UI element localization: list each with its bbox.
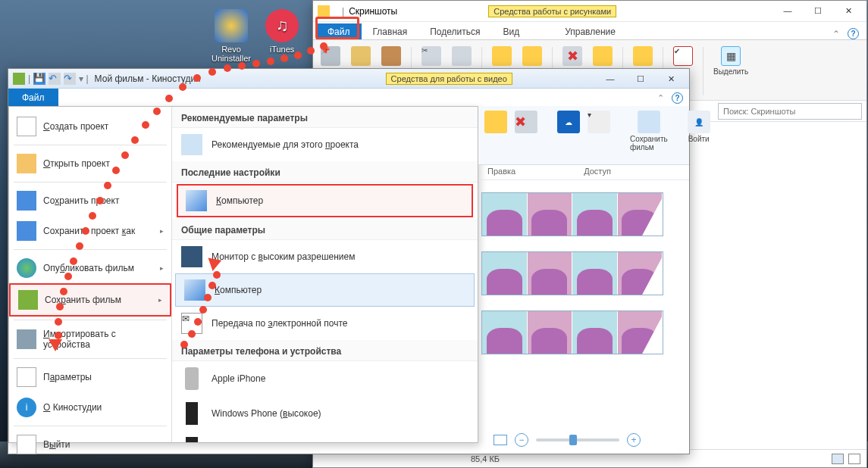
moviemaker-titlebar[interactable]: | 💾 ↶ ↷ ▾ | Мой фильм - Киностудия Средс… [8, 69, 689, 89]
zoom-bar: − + [494, 431, 680, 449]
ribbon-select[interactable]: ▦ Выделить [710, 44, 751, 78]
context-tab-hint: Средства для работы с видео [386, 73, 512, 85]
tab-file[interactable]: Файл [8, 89, 58, 107]
tab-home[interactable]: Главная [362, 23, 419, 39]
status-size: 85,4 КБ [471, 454, 500, 463]
itunes-icon: ♫ [265, 9, 299, 42]
explorer-titlebar[interactable]: | Скриншоты Средства работы с рисунками … [313, 1, 866, 22]
view-large-icon[interactable] [848, 454, 860, 464]
opt-computer-common[interactable]: Компьютер [175, 273, 475, 307]
save-icon[interactable]: 💾 [33, 73, 45, 85]
explorer-tabs: Файл Главная Поделиться Вид Управление ⌃… [313, 22, 866, 40]
search-input[interactable] [718, 103, 862, 120]
ribbon-rename[interactable] [590, 44, 616, 70]
undo-icon[interactable]: ↶ [49, 73, 61, 85]
timeline[interactable] [478, 186, 680, 408]
menu-save-as[interactable]: Сохранить проект как▸ [9, 216, 171, 246]
menu-params[interactable]: Параметры [9, 362, 171, 392]
tab-view[interactable]: Вид [491, 23, 531, 39]
clip[interactable] [481, 310, 663, 354]
ribbon-btn[interactable] [484, 111, 507, 133]
minimize-button[interactable]: — [595, 69, 625, 89]
cat-edit: Правка [487, 167, 515, 178]
opt-wp-high[interactable]: Windows Phone (высокое) [172, 396, 478, 431]
app-icon [215, 9, 248, 42]
menu-save-project[interactable]: Сохранить проект [9, 186, 171, 216]
quick-access-toolbar: | 💾 ↶ ↷ ▾ | [13, 73, 89, 85]
close-button[interactable]: ✕ [833, 1, 863, 20]
help-icon[interactable]: ? [672, 92, 683, 104]
section-recommended: Рекомендуемые параметры [172, 107, 478, 128]
redo-icon[interactable]: ↷ [64, 73, 76, 85]
section-common: Общие параметры [172, 219, 478, 240]
fit-icon[interactable] [494, 435, 507, 445]
ribbon-delete[interactable]: ✖ [559, 44, 585, 70]
ribbon-signin[interactable]: 👤Войти [688, 111, 710, 143]
menu-save-movie[interactable]: Сохранить фильм▸ [9, 283, 171, 317]
folder-icon [318, 5, 330, 17]
ribbon-toggle-icon[interactable]: ⌃ [657, 93, 664, 103]
ribbon-btn[interactable]: ✖ [515, 111, 537, 133]
ribbon-copy[interactable] [348, 44, 374, 70]
desktop-icon-revo[interactable]: Revo Uninstaller [208, 9, 254, 63]
ribbon-onedrive[interactable]: ☁ [557, 111, 580, 133]
desktop-icon-label: iTunes [270, 45, 295, 54]
section-recent: Последние настройки [172, 161, 478, 183]
ribbon-label: Выделить [713, 67, 748, 76]
opt-recommended-project[interactable]: Рекомендуемые для этого проекта [172, 128, 478, 161]
view-details-icon[interactable] [832, 454, 844, 464]
tab-share[interactable]: Поделиться [418, 23, 491, 39]
zoom-out[interactable]: − [515, 433, 528, 447]
ribbon-copyto[interactable] [519, 44, 545, 70]
section-phone: Параметры телефона и устройства [172, 340, 478, 361]
desktop-icon-label: Revo Uninstaller [212, 45, 251, 63]
opt-iphone[interactable]: Apple iPhone [172, 361, 478, 396]
ribbon-categories: Правка Доступ [478, 165, 689, 180]
app-icon [13, 73, 25, 85]
help-icon[interactable]: ? [848, 28, 859, 39]
menu-open-project[interactable]: Открыть проект [9, 148, 171, 179]
ribbon-newfolder[interactable] [630, 44, 656, 70]
zoom-in[interactable]: + [627, 433, 641, 447]
ribbon-paste[interactable] [378, 44, 404, 70]
ribbon-toggle-icon[interactable]: ⌃ [832, 29, 840, 39]
context-tab-hint: Средства работы с рисунками [488, 5, 616, 17]
window-title: Скриншоты [349, 6, 397, 17]
tab-manage[interactable]: Управление [553, 23, 627, 39]
zoom-slider[interactable] [536, 438, 619, 441]
moviemaker-ribbon-right: ✖ ☁ ▾ Сохранить фильм 👤Войти [478, 106, 689, 165]
menu-import-device[interactable]: Импортировать с устройства [9, 323, 171, 355]
ribbon-moveto[interactable] [489, 44, 515, 70]
ribbon-cut[interactable]: ✂ [418, 44, 444, 70]
moviemaker-window: | 💾 ↶ ↷ ▾ | Мой фильм - Киностудия Средс… [8, 68, 690, 454]
desktop-icon-itunes[interactable]: ♫ iTunes [259, 9, 305, 54]
menu-exit[interactable]: Выйти [9, 429, 171, 460]
file-menu-left: Создать проект Открыть проект Сохранить … [9, 107, 172, 442]
close-button[interactable]: ✕ [656, 69, 686, 89]
ribbon-copypath[interactable] [449, 44, 475, 70]
menu-publish-movie[interactable]: Опубликовать фильм▸ [9, 253, 171, 283]
ribbon-properties[interactable]: ✔ [670, 44, 696, 70]
clip[interactable] [481, 192, 663, 236]
ribbon-more[interactable]: ▾ [588, 111, 610, 133]
tab-file[interactable]: Файл [316, 23, 362, 39]
opt-wp-low[interactable]: Windows Phone (низкое) [172, 431, 478, 442]
maximize-button[interactable]: ☐ [803, 1, 833, 20]
opt-computer-recent[interactable]: Компьютер [177, 184, 473, 217]
ribbon-save-movie[interactable]: Сохранить фильм [630, 111, 668, 151]
opt-email[interactable]: ✉Передача по электронной почте [172, 307, 478, 340]
file-menu: Создать проект Открыть проект Сохранить … [8, 106, 478, 443]
maximize-button[interactable]: ☐ [625, 69, 656, 89]
cat-access: Доступ [584, 167, 611, 178]
window-title: Мой фильм - Киностудия [95, 73, 201, 84]
minimize-button[interactable]: — [772, 1, 803, 20]
clip[interactable] [481, 251, 663, 295]
menu-about[interactable]: iО Киностудии [9, 392, 171, 423]
